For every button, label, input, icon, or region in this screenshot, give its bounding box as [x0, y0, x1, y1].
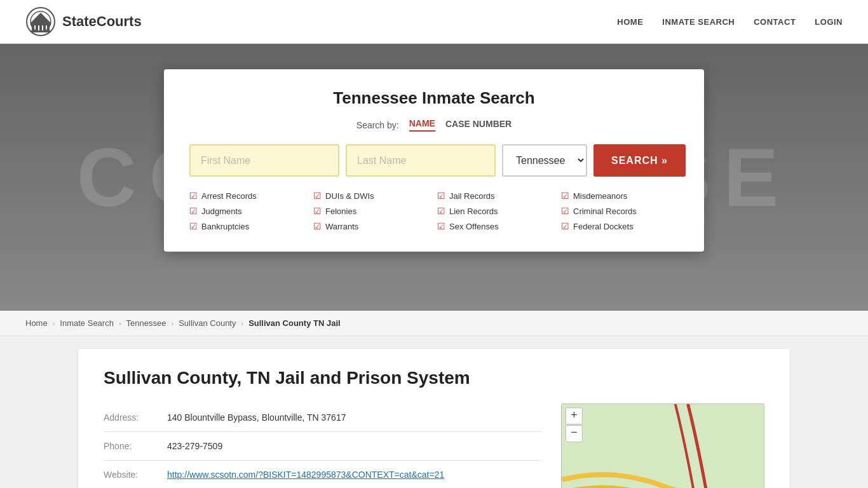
- breadcrumb-link[interactable]: Inmate Search: [60, 318, 114, 328]
- nav-contact[interactable]: CONTACT: [754, 17, 796, 27]
- breadcrumb-separator: ›: [241, 320, 243, 327]
- checkbox-label: Federal Dockets: [573, 222, 634, 231]
- svg-text:−: −: [571, 426, 577, 438]
- checkbox-label: Felonies: [325, 207, 356, 216]
- state-select[interactable]: Tennessee Alabama Alaska Arizona Califor…: [502, 144, 587, 177]
- tab-name[interactable]: NAME: [409, 118, 435, 132]
- checkbox-item: ☑Arrest Records: [189, 189, 307, 202]
- logo-icon: [25, 6, 56, 37]
- content-title: Sullivan County, TN Jail and Prison Syst…: [104, 368, 764, 388]
- checkbox-item: ☑Felonies: [313, 205, 431, 217]
- checkmark-icon: ☑: [437, 221, 445, 231]
- checkbox-item: ☑Judgments: [189, 205, 307, 217]
- checkbox-label: Misdemeanors: [573, 191, 627, 201]
- checkbox-item: ☑Misdemeanors: [561, 189, 679, 202]
- logo-text: StateCourts: [62, 13, 142, 30]
- nav-inmate-search[interactable]: INMATE SEARCH: [662, 17, 735, 27]
- svg-rect-3: [36, 25, 38, 30]
- checkmark-icon: ☑: [313, 191, 322, 201]
- svg-rect-5: [43, 25, 46, 30]
- search-card: Tennessee Inmate Search Search by: NAME …: [164, 69, 704, 252]
- address-value: 140 Blountville Bypass, Blountville, TN …: [167, 412, 346, 423]
- search-by-label: Search by:: [356, 120, 399, 130]
- breadcrumb-separator: ›: [119, 320, 121, 327]
- checkboxes-grid: ☑Arrest Records☑DUIs & DWIs☑Jail Records…: [189, 189, 679, 233]
- svg-text:+: +: [571, 409, 577, 421]
- search-card-title: Tennessee Inmate Search: [189, 88, 679, 108]
- checkbox-label: DUIs & DWIs: [325, 191, 374, 201]
- checkmark-icon: ☑: [437, 191, 445, 201]
- header: StateCourts HOME INMATE SEARCH CONTACT L…: [0, 0, 868, 44]
- checkbox-label: Jail Records: [449, 191, 495, 201]
- checkbox-label: Arrest Records: [201, 191, 257, 201]
- svg-rect-6: [47, 25, 50, 30]
- info-layout: Address: 140 Blountville Bypass, Blountv…: [104, 403, 764, 488]
- map-svg: 69 SR 12 + −: [562, 404, 764, 488]
- checkbox-item: ☑DUIs & DWIs: [313, 189, 431, 202]
- nav-login[interactable]: LOGIN: [815, 17, 843, 27]
- search-button[interactable]: SEARCH »: [593, 144, 686, 177]
- search-fields: Tennessee Alabama Alaska Arizona Califor…: [189, 144, 679, 177]
- checkbox-item: ☑Federal Dockets: [561, 220, 679, 233]
- checkmark-icon: ☑: [437, 206, 445, 216]
- checkbox-label: Sex Offenses: [449, 222, 499, 231]
- breadcrumb-separator: ›: [53, 320, 55, 327]
- phone-value: 423-279-7509: [167, 441, 222, 451]
- last-name-input[interactable]: [346, 144, 496, 177]
- checkbox-item: ☑Sex Offenses: [437, 220, 555, 233]
- svg-rect-7: [31, 23, 51, 25]
- info-left: Address: 140 Blountville Bypass, Blountv…: [104, 403, 542, 488]
- checkmark-icon: ☑: [189, 221, 198, 231]
- tab-case-number[interactable]: CASE NUMBER: [445, 119, 512, 131]
- checkbox-item: ☑Jail Records: [437, 189, 555, 202]
- checkmark-icon: ☑: [313, 206, 322, 216]
- map-area: 69 SR 12 + − + −: [561, 403, 764, 488]
- breadcrumb-current: Sullivan County TN Jail: [248, 318, 340, 328]
- breadcrumb-separator: ›: [171, 320, 173, 327]
- search-by-row: Search by: NAME CASE NUMBER: [189, 118, 679, 132]
- checkbox-label: Criminal Records: [573, 207, 637, 216]
- first-name-input[interactable]: [189, 144, 339, 177]
- checkbox-item: ☑Criminal Records: [561, 205, 679, 217]
- checkmark-icon: ☑: [561, 206, 569, 216]
- nav-home[interactable]: HOME: [617, 17, 643, 27]
- checkmark-icon: ☑: [561, 221, 569, 231]
- checkbox-label: Warrants: [325, 222, 358, 231]
- breadcrumb-link[interactable]: Sullivan County: [179, 318, 236, 328]
- checkmark-icon: ☑: [189, 191, 198, 201]
- website-label: Website:: [104, 470, 167, 480]
- checkbox-item: ☑Lien Records: [437, 205, 555, 217]
- phone-label: Phone:: [104, 441, 167, 451]
- checkmark-icon: ☑: [189, 206, 198, 216]
- checkmark-icon: ☑: [313, 221, 322, 231]
- checkbox-item: ☑Bankruptcies: [189, 220, 307, 233]
- svg-rect-2: [32, 25, 34, 30]
- svg-rect-4: [39, 25, 42, 30]
- svg-rect-9: [31, 30, 51, 32]
- hero-section: COURTHOUSE Tennessee Inmate Search Searc…: [0, 44, 868, 311]
- address-label: Address:: [104, 412, 167, 423]
- breadcrumb-link[interactable]: Tennessee: [126, 318, 166, 328]
- checkbox-label: Lien Records: [449, 207, 498, 216]
- logo-area: StateCourts: [25, 6, 142, 37]
- breadcrumb-link[interactable]: Home: [25, 318, 48, 328]
- breadcrumb: Home›Inmate Search›Tennessee›Sullivan Co…: [0, 311, 868, 336]
- address-row: Address: 140 Blountville Bypass, Blountv…: [104, 403, 542, 432]
- nav-links: HOME INMATE SEARCH CONTACT LOGIN: [617, 17, 843, 27]
- checkbox-item: ☑Warrants: [313, 220, 431, 233]
- checkbox-label: Bankruptcies: [201, 222, 249, 231]
- content-card: Sullivan County, TN Jail and Prison Syst…: [78, 349, 790, 488]
- website-link[interactable]: http://www.scsotn.com/?BISKIT=1482995873…: [167, 470, 444, 480]
- phone-row: Phone: 423-279-7509: [104, 432, 542, 461]
- map-placeholder: 69 SR 12 + −: [562, 404, 764, 488]
- website-row: Website: http://www.scsotn.com/?BISKIT=1…: [104, 461, 542, 488]
- checkbox-label: Judgments: [201, 207, 242, 216]
- main-content: Sullivan County, TN Jail and Prison Syst…: [53, 349, 815, 488]
- checkmark-icon: ☑: [561, 191, 569, 201]
